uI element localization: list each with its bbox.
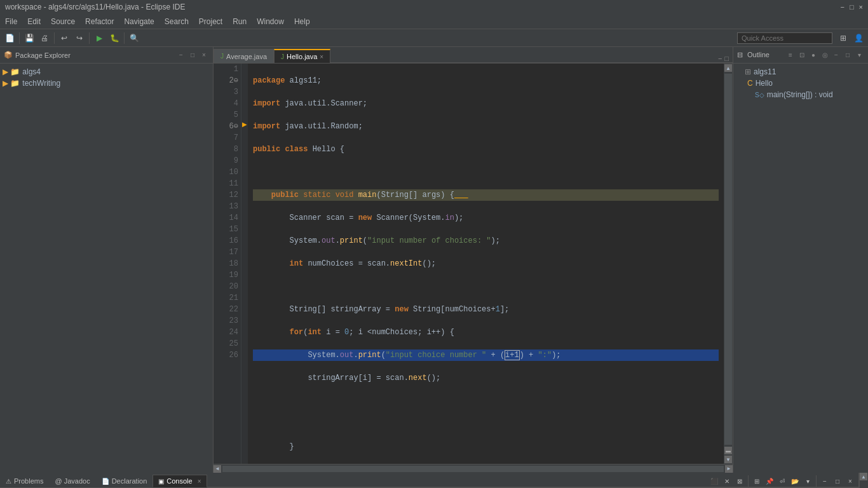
outline-maximize[interactable]: □ <box>843 50 853 60</box>
code-content[interactable]: package algs11; import java.util.Scanner… <box>248 64 724 464</box>
console-open-file[interactable]: 📂 <box>789 475 801 487</box>
scroll-up[interactable]: ▲ <box>724 64 732 72</box>
menu-source[interactable]: Source <box>46 15 80 28</box>
menu-project[interactable]: Project <box>194 15 227 28</box>
console-stop[interactable]: ⬛ <box>709 475 720 487</box>
console-sep <box>748 475 749 487</box>
menu-help[interactable]: Help <box>289 15 315 28</box>
tab-hello-java[interactable]: J Hello.java × <box>274 49 330 63</box>
toolbar-save[interactable]: 💾 <box>22 31 36 45</box>
console-icon: ▣ <box>158 478 164 485</box>
outline-item-package[interactable]: ⊞ algs11 <box>733 66 868 78</box>
console-clear[interactable]: ✕ <box>721 475 733 487</box>
toolbar-undo[interactable]: ↩ <box>57 31 71 45</box>
hscroll-right[interactable]: ► <box>725 465 733 473</box>
menu-file[interactable]: File <box>0 15 22 28</box>
menu-search[interactable]: Search <box>159 15 194 28</box>
menu-navigate[interactable]: Navigate <box>119 15 159 28</box>
toolbar-search[interactable]: 🔍 <box>127 31 141 45</box>
tab-close-hello[interactable]: × <box>320 53 323 60</box>
tab-average-java[interactable]: J Average.java <box>214 49 274 63</box>
tab-javadoc-label: @ Javadoc <box>55 477 90 485</box>
outline-minimize[interactable]: − <box>831 50 841 60</box>
outline-btn-2[interactable]: ⊡ <box>797 50 807 60</box>
linenum-26: 26 <box>216 349 238 361</box>
toolbar-user[interactable]: 👤 <box>851 31 865 45</box>
linenum-16: 16 <box>216 235 238 247</box>
quick-access-input[interactable] <box>737 32 832 44</box>
outline-dropdown[interactable]: ▾ <box>854 50 864 60</box>
toolbar-new[interactable]: 📄 <box>3 31 17 45</box>
linenum-23: 23 <box>216 315 238 327</box>
menu-window[interactable]: Window <box>252 15 289 28</box>
tab-problems-label: Problems <box>14 477 43 485</box>
menu-refactor[interactable]: Refactor <box>80 15 119 28</box>
outline-title-text: ⊟ Outline <box>737 51 770 59</box>
outline-btn-4[interactable]: ◎ <box>820 50 830 60</box>
console-minimize[interactable]: − <box>819 475 831 487</box>
maximize-button[interactable]: □ <box>850 3 854 11</box>
linenum-17: 17 <box>216 247 238 258</box>
code-line-5 <box>253 166 719 178</box>
console-vscrollbar[interactable]: ▲ ▼ <box>859 473 868 488</box>
toolbar-debug[interactable]: 🐛 <box>107 31 121 45</box>
outline-btn-3[interactable]: ● <box>808 50 818 60</box>
editor-tab-minimize[interactable]: − <box>718 55 722 62</box>
titlebar: workspace - algs4/src/algs11/Hello.java … <box>0 0 868 14</box>
console-pin[interactable]: 📌 <box>764 475 775 487</box>
outline-item-method[interactable]: S◇ main(String[]) : void <box>733 89 868 100</box>
linenum-19: 19 <box>216 269 238 281</box>
hscroll-thumb[interactable] <box>222 466 724 472</box>
editor-tab-maximize[interactable]: □ <box>724 55 729 62</box>
code-line-2: import java.util.Scanner; <box>253 98 719 109</box>
toolbar-sep-4 <box>124 32 125 44</box>
menu-run[interactable]: Run <box>227 15 252 28</box>
tab-console[interactable]: ▣ Console × <box>153 475 207 487</box>
toolbar-redo[interactable]: ↪ <box>72 31 86 45</box>
pe-maximize[interactable]: □ <box>187 50 198 60</box>
titlebar-controls: − □ × <box>840 3 863 11</box>
tab-javadoc[interactable]: @ Javadoc <box>49 475 95 487</box>
tab-console-close[interactable]: × <box>198 478 201 485</box>
outline-item-class[interactable]: C Hello <box>733 78 868 89</box>
console-dropdown[interactable]: ▾ <box>802 475 813 487</box>
scroll-down[interactable]: ▼ <box>724 456 732 463</box>
scroll-thumb[interactable] <box>724 74 732 445</box>
console-new[interactable]: ⊞ <box>751 475 763 487</box>
pe-toolbar: − □ × <box>176 50 209 60</box>
close-button[interactable]: × <box>859 3 863 11</box>
console-scroll-lock[interactable]: ⊠ <box>734 475 745 487</box>
outline-method-icon: S◇ <box>755 92 764 98</box>
pe-close[interactable]: × <box>199 50 209 60</box>
toolbar-print[interactable]: 🖨 <box>37 31 51 45</box>
tab-problems[interactable]: ⚠ Problems <box>0 475 49 487</box>
tree-item-techwriting[interactable]: ▶ 📁 techWriting <box>0 78 213 89</box>
main-area: 📦 Package Explorer − □ × ▶ 📁 algs4 ▶ 📁 t… <box>0 47 868 473</box>
minimize-button[interactable]: − <box>840 3 844 11</box>
editor-tabs: J Average.java J Hello.java × − □ <box>214 47 733 64</box>
editor-vscrollbar[interactable]: ▲ ▬ ▼ <box>724 64 733 464</box>
toolbar-run[interactable]: ▶ <box>92 31 106 45</box>
outline-panel: ⊟ Outline ≡ ⊡ ● ◎ − □ ▾ ⊞ algs11 C <box>733 47 868 473</box>
console-maximize[interactable]: □ <box>832 475 843 487</box>
console-scroll-up[interactable]: ▲ <box>860 473 867 480</box>
linenum-1: 1 <box>216 64 238 75</box>
linenum-6: 6⊖ <box>216 121 238 132</box>
console-word-wrap[interactable]: ⏎ <box>776 475 788 487</box>
editor-hscrollbar[interactable]: ◄ ► <box>214 464 733 473</box>
gutter-arrow-6: ▶ <box>242 121 247 128</box>
titlebar-title: workspace - algs4/src/algs11/Hello.java … <box>5 3 185 11</box>
outline-btn-1[interactable]: ≡ <box>785 50 796 60</box>
code-editor: 1 2⊖ 3 4 5 6⊖ 7 8 9 10 11 12 13 14 15 16… <box>214 64 733 464</box>
line-numbers: 1 2⊖ 3 4 5 6⊖ 7 8 9 10 11 12 13 14 15 16… <box>214 64 241 464</box>
console-close[interactable]: × <box>844 475 856 487</box>
tree-item-algs4[interactable]: ▶ 📁 algs4 <box>0 66 213 78</box>
hscroll-left[interactable]: ◄ <box>214 465 221 473</box>
code-line-16 <box>253 418 719 430</box>
tab-declaration[interactable]: 📄 Declaration <box>96 475 153 487</box>
code-line-14: stringArray[i] = scan.next(); <box>253 372 719 384</box>
toolbar-perspective[interactable]: ⊞ <box>836 31 850 45</box>
toolbar: 📄 💾 🖨 ↩ ↪ ▶ 🐛 🔍 ⊞ 👤 <box>0 29 868 47</box>
menu-edit[interactable]: Edit <box>22 15 46 28</box>
pe-minimize[interactable]: − <box>176 50 186 60</box>
